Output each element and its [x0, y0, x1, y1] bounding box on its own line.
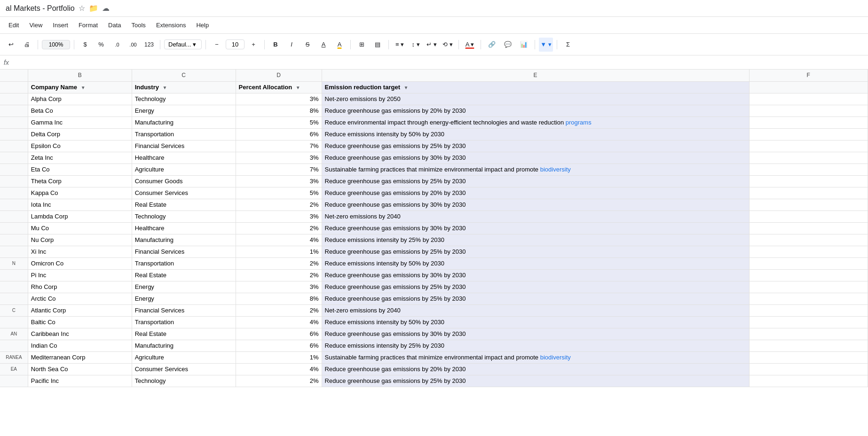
percent-cell[interactable]: 1%: [236, 246, 322, 257]
filter-button[interactable]: ▼ ▾: [539, 38, 553, 52]
dec-increase-button[interactable]: .00: [126, 38, 140, 52]
menu-extensions[interactable]: Extensions: [151, 20, 191, 31]
industry-cell[interactable]: Financial Services: [132, 246, 236, 257]
percent-cell[interactable]: 5%: [236, 187, 322, 199]
industry-cell[interactable]: Manufacturing: [132, 234, 236, 246]
format123-button[interactable]: 123: [142, 38, 156, 52]
percent-cell[interactable]: 6%: [236, 128, 322, 140]
emission-cell[interactable]: Sustainable farming practices that minim…: [322, 351, 749, 363]
industry-cell[interactable]: Agriculture: [132, 351, 236, 363]
merge-button[interactable]: ▤: [371, 38, 385, 52]
emission-cell[interactable]: Reduce greenhouse gas emissions by 30% b…: [322, 269, 749, 281]
percent-cell[interactable]: 4%: [236, 234, 322, 246]
currency-button[interactable]: $: [78, 38, 92, 52]
emission-cell[interactable]: Reduce greenhouse gas emissions by 30% b…: [322, 199, 749, 210]
emission-cell[interactable]: Reduce greenhouse gas emissions by 25% b…: [322, 246, 749, 257]
formula-input[interactable]: [13, 59, 864, 66]
industry-cell[interactable]: Technology: [132, 375, 236, 387]
emission-cell[interactable]: Reduce greenhouse gas emissions by 25% b…: [322, 375, 749, 387]
percent-cell[interactable]: 7%: [236, 140, 322, 152]
zoom-display[interactable]: 100%: [42, 40, 70, 49]
align-v-button[interactable]: ↕ ▾: [409, 38, 423, 52]
percent-cell[interactable]: 3%: [236, 281, 322, 293]
emission-cell[interactable]: Reduce emissions intensity by 50% by 203…: [322, 257, 749, 269]
star-icon[interactable]: ☆: [79, 4, 85, 13]
percent-cell[interactable]: 6%: [236, 328, 322, 340]
industry-cell[interactable]: Consumer Services: [132, 363, 236, 375]
industry-cell[interactable]: Transportation: [132, 316, 236, 328]
print-button[interactable]: 🖨: [20, 38, 34, 52]
percent-cell[interactable]: 3%: [236, 210, 322, 222]
company-name-cell[interactable]: Gamma Inc: [28, 117, 132, 128]
company-name-cell[interactable]: Nu Corp: [28, 234, 132, 246]
percent-cell[interactable]: 2%: [236, 304, 322, 316]
company-name-cell[interactable]: Zeta Inc: [28, 152, 132, 164]
percent-cell[interactable]: 5%: [236, 117, 322, 128]
company-name-cell[interactable]: Epsilon Co: [28, 140, 132, 152]
industry-cell[interactable]: Financial Services: [132, 304, 236, 316]
col-header-d[interactable]: D: [236, 70, 322, 81]
industry-cell[interactable]: Agriculture: [132, 164, 236, 175]
col-header-e[interactable]: E: [322, 70, 749, 81]
percent-cell[interactable]: 2%: [236, 222, 322, 234]
underline-button[interactable]: A: [316, 38, 331, 52]
company-name-cell[interactable]: Caribbean Inc: [28, 328, 132, 340]
text-color-button[interactable]: A ▾: [463, 38, 477, 52]
industry-cell[interactable]: Energy: [132, 281, 236, 293]
italic-button[interactable]: I: [284, 38, 299, 52]
industry-cell[interactable]: Financial Services: [132, 140, 236, 152]
emission-cell[interactable]: Net-zero emissions by 2050: [322, 93, 749, 105]
align-h-button[interactable]: ≡ ▾: [393, 38, 407, 52]
company-name-cell[interactable]: Mu Co: [28, 222, 132, 234]
menu-format[interactable]: Format: [74, 20, 103, 31]
industry-cell[interactable]: Technology: [132, 210, 236, 222]
percent-cell[interactable]: 3%: [236, 93, 322, 105]
percent-cell[interactable]: 2%: [236, 375, 322, 387]
menu-tools[interactable]: Tools: [127, 20, 150, 31]
menu-help[interactable]: Help: [191, 20, 213, 31]
col-header-c[interactable]: C: [132, 70, 236, 81]
company-name-cell[interactable]: Iota Inc: [28, 199, 132, 210]
percent-button[interactable]: %: [94, 38, 108, 52]
industry-cell[interactable]: Transportation: [132, 257, 236, 269]
company-name-cell[interactable]: Indian Co: [28, 340, 132, 351]
percent-cell[interactable]: 1%: [236, 351, 322, 363]
filter-emission-icon[interactable]: ▼: [404, 85, 409, 90]
percent-cell[interactable]: 4%: [236, 363, 322, 375]
dec-decrease-button[interactable]: .0: [110, 38, 124, 52]
emission-cell[interactable]: Reduce emissions intensity by 50% by 203…: [322, 128, 749, 140]
header-emission[interactable]: Emission reduction target ▼: [322, 81, 749, 93]
percent-cell[interactable]: 2%: [236, 257, 322, 269]
menu-edit[interactable]: Edit: [4, 20, 24, 31]
percent-cell[interactable]: 8%: [236, 293, 322, 304]
emission-cell[interactable]: Reduce emissions intensity by 25% by 203…: [322, 234, 749, 246]
company-name-cell[interactable]: Xi Inc: [28, 246, 132, 257]
font-size-minus-button[interactable]: −: [210, 38, 224, 52]
col-header-b[interactable]: B: [28, 70, 132, 81]
header-company-name[interactable]: Company Name ▼: [28, 81, 132, 93]
company-name-cell[interactable]: Baltic Co: [28, 316, 132, 328]
filter-percent-icon[interactable]: ▼: [296, 85, 300, 90]
percent-cell[interactable]: 3%: [236, 175, 322, 187]
folder-icon[interactable]: 📁: [89, 4, 98, 13]
industry-cell[interactable]: Transportation: [132, 128, 236, 140]
fill-color-button[interactable]: A: [332, 38, 347, 52]
emission-cell[interactable]: Sustainable farming practices that minim…: [322, 164, 749, 175]
menu-insert[interactable]: Insert: [48, 20, 73, 31]
emission-cell[interactable]: Reduce greenhouse gas emissions by 25% b…: [322, 140, 749, 152]
industry-cell[interactable]: Healthcare: [132, 152, 236, 164]
company-name-cell[interactable]: Alpha Corp: [28, 93, 132, 105]
industry-cell[interactable]: Consumer Goods: [132, 175, 236, 187]
emission-cell[interactable]: Reduce greenhouse gas emissions by 25% b…: [322, 293, 749, 304]
filter-industry-icon[interactable]: ▼: [163, 85, 167, 90]
industry-cell[interactable]: Real Estate: [132, 269, 236, 281]
company-name-cell[interactable]: North Sea Co: [28, 363, 132, 375]
industry-cell[interactable]: Technology: [132, 93, 236, 105]
emission-cell[interactable]: Reduce emissions intensity by 50% by 203…: [322, 316, 749, 328]
borders-button[interactable]: ⊞: [355, 38, 369, 52]
industry-cell[interactable]: Manufacturing: [132, 340, 236, 351]
emission-cell[interactable]: Reduce emissions intensity by 25% by 203…: [322, 340, 749, 351]
emission-cell[interactable]: Reduce environmental impact through ener…: [322, 117, 749, 128]
percent-cell[interactable]: 6%: [236, 340, 322, 351]
chart-button[interactable]: 📊: [517, 38, 531, 52]
